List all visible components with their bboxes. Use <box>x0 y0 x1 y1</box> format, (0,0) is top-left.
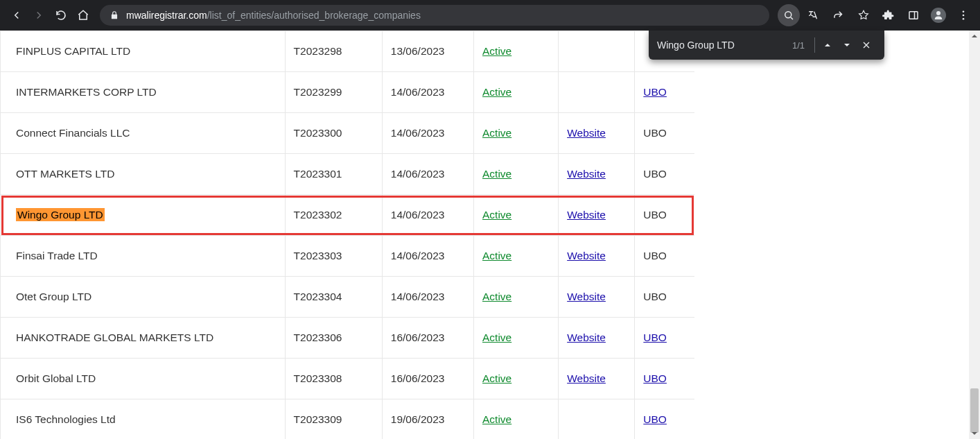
website-cell: Website <box>559 195 635 236</box>
status-cell: Active <box>474 154 559 195</box>
website-cell <box>559 399 635 440</box>
date-cell: 13/06/2023 <box>382 31 473 72</box>
find-in-page-bar: Wingo Group LTD 1/1 <box>649 31 884 60</box>
table-row: INTERMARKETS CORP LTDT202329914/06/2023A… <box>1 72 695 113</box>
sidepanel-icon[interactable] <box>902 4 925 26</box>
entity-name: FINPLUS CAPITAL LTD <box>16 45 130 57</box>
status-link[interactable]: Active <box>482 413 511 425</box>
licence-cell: T2023303 <box>285 236 382 277</box>
entity-name: Orbit Global LTD <box>16 372 96 384</box>
find-next-button[interactable] <box>837 35 857 55</box>
table-row: OTT MARKETS LTDT202330114/06/2023ActiveW… <box>1 154 695 195</box>
status-link[interactable]: Active <box>482 86 511 98</box>
entity-name-cell: IS6 Technologies Ltd <box>1 399 286 440</box>
scrollbar-thumb[interactable] <box>970 388 979 433</box>
website-link[interactable]: Website <box>567 372 606 384</box>
svg-point-0 <box>785 12 791 18</box>
ubo-text: UBO <box>643 168 667 180</box>
website-link[interactable]: Website <box>567 168 606 180</box>
licence-cell: T2023304 <box>285 277 382 318</box>
entities-table: FINPLUS CAPITAL LTDT202329813/06/2023Act… <box>0 31 694 439</box>
status-link[interactable]: Active <box>482 291 511 302</box>
status-cell: Active <box>474 113 559 154</box>
website-link[interactable]: Website <box>567 250 606 261</box>
svg-rect-1 <box>909 12 918 19</box>
website-cell: Website <box>559 154 635 195</box>
share-icon[interactable] <box>828 4 850 26</box>
ubo-text: UBO <box>643 127 667 139</box>
profile-avatar[interactable] <box>927 4 950 26</box>
find-close-button[interactable] <box>857 35 876 55</box>
status-cell: Active <box>474 72 559 113</box>
nav-back-button[interactable] <box>7 6 26 25</box>
svg-point-3 <box>963 15 965 17</box>
status-link[interactable]: Active <box>482 250 511 261</box>
ubo-link[interactable]: UBO <box>643 86 667 98</box>
licence-cell: T2023300 <box>285 113 382 154</box>
scroll-down-arrow[interactable] <box>969 428 980 439</box>
table-row: Orbit Global LTDT202330816/06/2023Active… <box>1 359 695 399</box>
ubo-text: UBO <box>643 291 667 302</box>
entity-name-cell: Orbit Global LTD <box>1 359 286 399</box>
lock-icon <box>110 10 119 20</box>
vertical-scrollbar[interactable] <box>969 31 980 439</box>
translate-icon[interactable] <box>803 4 825 26</box>
date-cell: 14/06/2023 <box>382 72 473 113</box>
bookmark-star-icon[interactable] <box>852 4 875 26</box>
website-cell: Website <box>559 277 635 318</box>
date-cell: 14/06/2023 <box>382 154 473 195</box>
nav-reload-button[interactable] <box>51 6 71 25</box>
separator <box>814 37 815 53</box>
ubo-cell: UBO <box>635 399 694 440</box>
status-link[interactable]: Active <box>482 209 511 221</box>
ubo-text: UBO <box>643 209 667 221</box>
status-link[interactable]: Active <box>482 127 511 139</box>
browser-toolbar: mwaliregistrar.com/list_of_entities/auth… <box>0 0 980 31</box>
ubo-link[interactable]: UBO <box>643 372 667 384</box>
find-in-page-icon[interactable] <box>778 4 800 26</box>
status-link[interactable]: Active <box>482 45 511 57</box>
status-link[interactable]: Active <box>482 372 511 384</box>
date-cell: 14/06/2023 <box>382 195 473 236</box>
url-path: /list_of_entities/authorised_brokerage_c… <box>207 10 421 21</box>
table-row: Finsai Trade LTDT202330314/06/2023Active… <box>1 236 695 277</box>
website-cell: Website <box>559 359 635 399</box>
ubo-link[interactable]: UBO <box>643 413 667 425</box>
find-prev-button[interactable] <box>818 35 837 55</box>
date-cell: 16/06/2023 <box>382 318 473 359</box>
nav-forward-button[interactable] <box>29 6 49 25</box>
ubo-cell: UBO <box>635 113 694 154</box>
entity-name-cell: INTERMARKETS CORP LTD <box>1 72 286 113</box>
ubo-cell: UBO <box>635 318 694 359</box>
entity-name: Finsai Trade LTD <box>16 250 98 261</box>
website-cell: Website <box>559 236 635 277</box>
table-row: FINPLUS CAPITAL LTDT202329813/06/2023Act… <box>1 31 695 72</box>
address-bar[interactable]: mwaliregistrar.com/list_of_entities/auth… <box>100 5 769 26</box>
licence-cell: T2023299 <box>285 72 382 113</box>
entity-name: HANKOTRADE GLOBAL MARKETS LTD <box>16 332 213 343</box>
website-link[interactable]: Website <box>567 127 606 139</box>
website-link[interactable]: Website <box>567 332 606 343</box>
status-link[interactable]: Active <box>482 332 511 343</box>
kebab-menu-icon[interactable] <box>952 4 974 26</box>
ubo-cell: UBO <box>635 154 694 195</box>
licence-cell: T2023309 <box>285 399 382 440</box>
nav-home-button[interactable] <box>73 6 93 25</box>
extensions-icon[interactable] <box>877 4 900 26</box>
find-query-text[interactable]: Wingo Group LTD <box>657 40 785 51</box>
ubo-cell: UBO <box>635 236 694 277</box>
status-cell: Active <box>474 318 559 359</box>
scroll-up-arrow[interactable] <box>969 31 980 42</box>
entity-name-cell: FINPLUS CAPITAL LTD <box>1 31 286 72</box>
website-link[interactable]: Website <box>567 209 606 221</box>
licence-cell: T2023306 <box>285 318 382 359</box>
website-cell: Website <box>559 113 635 154</box>
status-cell: Active <box>474 236 559 277</box>
find-match-count: 1/1 <box>792 40 805 51</box>
licence-cell: T2023298 <box>285 31 382 72</box>
entity-name-cell: HANKOTRADE GLOBAL MARKETS LTD <box>1 318 286 359</box>
website-link[interactable]: Website <box>567 291 606 302</box>
status-link[interactable]: Active <box>482 168 511 180</box>
entity-name-cell: Otet Group LTD <box>1 277 286 318</box>
ubo-link[interactable]: UBO <box>643 332 667 343</box>
